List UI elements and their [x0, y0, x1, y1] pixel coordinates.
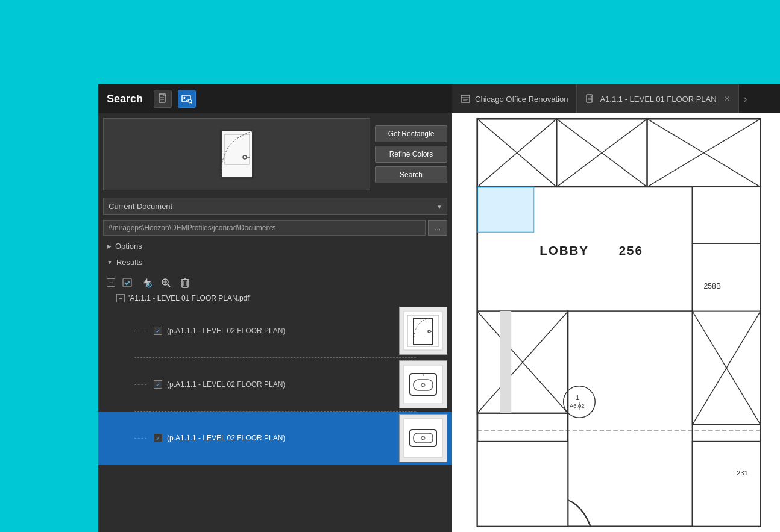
document-scope-select[interactable]: Current DocumentAll DocumentsSelected Do… [103, 198, 447, 215]
connector-1 [134, 331, 146, 331]
connector-2 [134, 384, 146, 385]
result-checkbox-1[interactable] [154, 327, 162, 335]
right-header: Chicago Office Renovation A1.1.1 - LEVEL… [452, 84, 780, 113]
door-preview-image [216, 127, 258, 181]
result-label-1: (p.A1.1.1 - LEVEL 02 FLOOR PLAN) [167, 327, 394, 335]
thumbnail-rect-3 [401, 416, 445, 460]
document-scope-row: Current DocumentAll DocumentsSelected Do… [98, 195, 452, 217]
image-drop-zone[interactable] [103, 118, 370, 190]
result-thumbnail-1[interactable] [399, 307, 447, 355]
tree-toolbar: − [98, 273, 452, 292]
panel-title: Search [107, 93, 143, 105]
svg-line-7 [191, 102, 192, 103]
project-icon [461, 94, 470, 104]
document-tab-label: A1.1.1 - LEVEL 01 FLOOR PLAN [600, 95, 716, 104]
result-thumbnail-3[interactable] [399, 414, 447, 462]
svg-rect-58 [693, 243, 761, 311]
action-button[interactable] [139, 275, 154, 290]
image-preview-area: Get Rectangle Refine Colors Search [98, 113, 452, 195]
svg-rect-72 [693, 442, 761, 527]
svg-text:258B: 258B [704, 282, 721, 290]
file-icon-button[interactable] [154, 90, 172, 108]
magnify-icon [160, 277, 171, 288]
results-arrow-icon: ▼ [107, 259, 113, 266]
more-tabs-button[interactable]: › [739, 93, 752, 105]
document-icon [585, 94, 595, 104]
svg-text:A6.02: A6.02 [570, 402, 585, 409]
check-icon [122, 277, 133, 288]
result-item-2[interactable]: (p.A1.1.1 - LEVEL 02 FLOOR PLAN) [98, 358, 452, 411]
svg-rect-76 [500, 311, 511, 413]
svg-rect-71 [477, 442, 568, 527]
options-arrow-icon: ▶ [107, 243, 112, 249]
delete-button[interactable] [178, 275, 192, 290]
svg-text:1: 1 [576, 395, 579, 401]
svg-line-17 [168, 284, 170, 287]
svg-text:256: 256 [619, 243, 643, 257]
result-label-2: (p.A1.1.1 - LEVEL 02 FLOOR PLAN) [167, 380, 394, 389]
results-label: Results [116, 258, 142, 267]
svg-point-6 [188, 99, 192, 103]
result-label-3: (p.A1.1.1 - LEVEL 02 FLOOR PLAN) [167, 434, 394, 442]
image-search-icon-button[interactable] [178, 90, 196, 108]
file-name: 'A1.1.1 - LEVEL 01 FLOOR PLAN.pdf' [128, 294, 251, 302]
options-label: Options [115, 242, 142, 251]
svg-text:231: 231 [737, 469, 748, 477]
document-tab[interactable]: A1.1.1 - LEVEL 01 FLOOR PLAN ✕ [577, 84, 738, 113]
result-thumbnail-2[interactable] [399, 360, 447, 408]
browse-button[interactable]: ... [428, 220, 447, 236]
options-section-header[interactable]: ▶ Options [98, 238, 452, 254]
results-section-header[interactable]: ▼ Results [98, 254, 452, 271]
svg-rect-13 [123, 278, 131, 287]
floor-plan-svg: LOBBY 256 258B 1 [452, 113, 780, 532]
path-row: ... [98, 217, 452, 238]
trash-icon [180, 277, 190, 288]
svg-rect-57 [693, 187, 761, 243]
results-tree: − [98, 271, 452, 532]
action-buttons: Get Rectangle Refine Colors Search [375, 118, 447, 190]
magnify-button[interactable] [159, 275, 173, 290]
lightning-icon [141, 277, 152, 288]
image-icon [181, 94, 192, 104]
panel-header: Search [98, 84, 452, 113]
refine-colors-button[interactable]: Refine Colors [375, 146, 447, 163]
close-tab-button[interactable]: ✕ [724, 95, 730, 103]
result-checkbox-2[interactable] [154, 380, 162, 389]
result-item-1[interactable]: (p.A1.1.1 - LEVEL 02 FLOOR PLAN) [98, 304, 452, 357]
search-button[interactable]: Search [375, 166, 447, 183]
svg-rect-75 [477, 187, 534, 232]
project-tab[interactable]: Chicago Office Renovation [452, 84, 577, 113]
svg-point-15 [148, 284, 150, 286]
main-container: Search [98, 84, 780, 532]
document-scope-wrapper: Current DocumentAll DocumentsSelected Do… [103, 198, 447, 215]
result-checkbox-3[interactable] [154, 434, 162, 442]
left-panel: Search [98, 84, 452, 532]
project-tab-label: Chicago Office Renovation [475, 95, 568, 104]
svg-rect-18 [182, 280, 188, 287]
lobby-text: LOBBY [539, 243, 589, 257]
file-collapse-button[interactable]: − [116, 294, 125, 302]
connector-3 [134, 438, 146, 439]
svg-rect-1 [163, 94, 165, 96]
path-input[interactable] [103, 220, 426, 236]
svg-rect-63 [568, 311, 693, 527]
svg-rect-37 [461, 95, 470, 102]
get-rectangle-button[interactable]: Get Rectangle [375, 125, 447, 142]
svg-rect-9 [222, 131, 252, 177]
check-all-button[interactable] [120, 275, 134, 290]
svg-rect-42 [590, 95, 592, 96]
tree-file-node[interactable]: − 'A1.1.1 - LEVEL 01 FLOOR PLAN.pdf' [98, 292, 452, 304]
thumbnail-door-1 [401, 309, 445, 352]
collapse-all-button[interactable]: − [107, 278, 115, 287]
file-icon [158, 93, 168, 104]
floor-plan-area[interactable]: LOBBY 256 258B 1 [452, 113, 780, 532]
result-item-3[interactable]: (p.A1.1.1 - LEVEL 02 FLOOR PLAN) [98, 412, 452, 465]
thumbnail-rect-2 [401, 363, 445, 406]
right-panel: Chicago Office Renovation A1.1.1 - LEVEL… [452, 84, 780, 532]
